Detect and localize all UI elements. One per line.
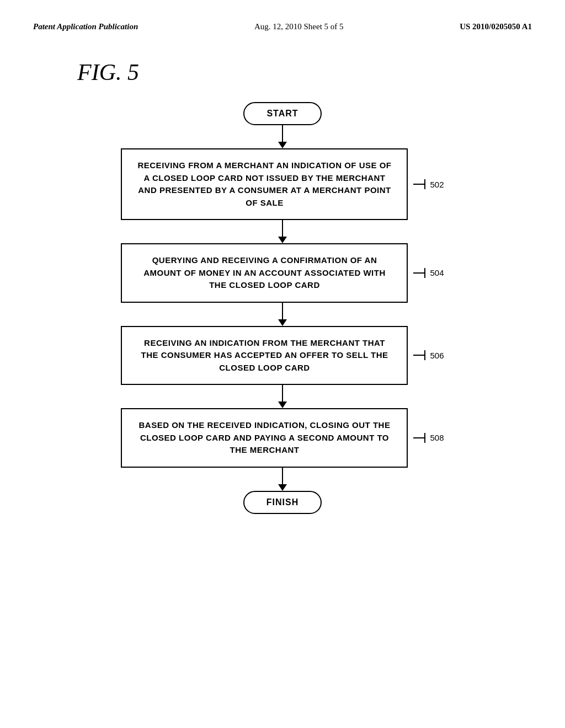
step-506-number: 506 xyxy=(430,351,444,360)
finish-oval: FINISH xyxy=(243,491,322,514)
step-504-text: QUERYING AND RECEIVING A CONFIRMATION OF… xyxy=(135,254,393,292)
step-506-h-line xyxy=(413,355,424,356)
step-506-row: RECEIVING AN INDICATION FROM THE MERCHAN… xyxy=(33,326,532,386)
step-502-label: 502 xyxy=(413,179,444,189)
step-502-h-line xyxy=(413,184,424,185)
step-508-row: BASED ON THE RECEIVED INDICATION, CLOSIN… xyxy=(33,408,532,468)
step-504-row: QUERYING AND RECEIVING A CONFIRMATION OF… xyxy=(33,243,532,303)
step-508-box: BASED ON THE RECEIVED INDICATION, CLOSIN… xyxy=(121,408,408,468)
header-date-sheet: Aug. 12, 2010 Sheet 5 of 5 xyxy=(254,22,344,31)
step-508-label: 508 xyxy=(413,433,444,443)
step-508-text: BASED ON THE RECEIVED INDICATION, CLOSIN… xyxy=(135,419,393,457)
step-504-h-line xyxy=(413,272,424,274)
step-502-number: 502 xyxy=(430,180,444,189)
step-508-number: 508 xyxy=(430,433,444,442)
step-506-v-tick xyxy=(424,350,425,360)
step-502-text: RECEIVING FROM A MERCHANT AN INDICATION … xyxy=(135,159,393,209)
step-506-text: RECEIVING AN INDICATION FROM THE MERCHAN… xyxy=(135,337,393,374)
arrow-502-to-504 xyxy=(278,220,287,243)
step-504-v-tick xyxy=(424,268,425,278)
arrow-start-to-502 xyxy=(278,125,287,148)
step-502-row: RECEIVING FROM A MERCHANT AN INDICATION … xyxy=(33,148,532,220)
arrow-506-to-508 xyxy=(278,385,287,408)
step-508-h-line xyxy=(413,437,424,438)
header-patent-number: US 2010/0205050 A1 xyxy=(460,22,532,31)
step-506-box: RECEIVING AN INDICATION FROM THE MERCHAN… xyxy=(121,326,408,386)
step-504-label: 504 xyxy=(413,268,444,278)
page-header: Patent Application Publication Aug. 12, … xyxy=(0,0,565,42)
step-502-box: RECEIVING FROM A MERCHANT AN INDICATION … xyxy=(121,148,408,220)
step-508-v-tick xyxy=(424,433,425,443)
step-504-box: QUERYING AND RECEIVING A CONFIRMATION OF… xyxy=(121,243,408,303)
arrow-504-to-506 xyxy=(278,303,287,326)
figure-label: FIG. 5 xyxy=(77,59,565,85)
header-publication-label: Patent Application Publication xyxy=(33,22,138,31)
start-oval: START xyxy=(243,102,321,125)
step-504-number: 504 xyxy=(430,268,444,277)
step-502-v-tick xyxy=(424,179,425,189)
step-506-label: 506 xyxy=(413,350,444,360)
arrow-508-to-finish xyxy=(278,468,287,491)
flowchart-diagram: START RECEIVING FROM A MERCHANT AN INDIC… xyxy=(0,102,565,514)
